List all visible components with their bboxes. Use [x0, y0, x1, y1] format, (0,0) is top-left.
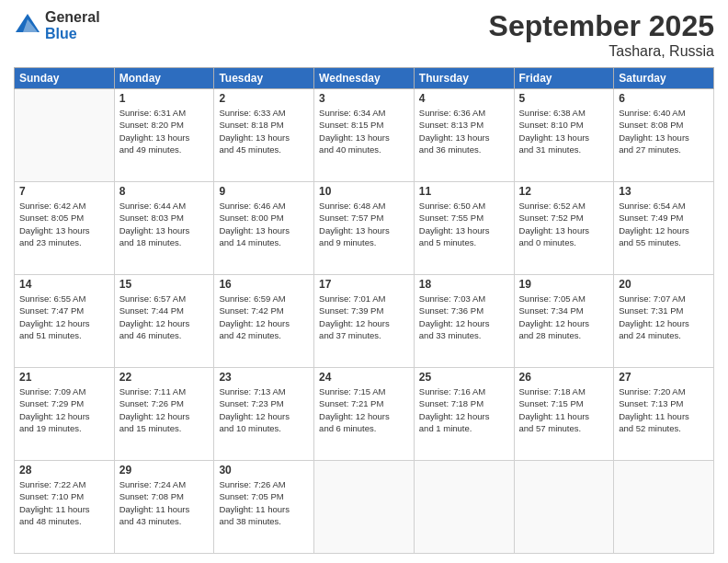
day-info: Sunrise: 6:52 AM Sunset: 7:52 PM Dayligh… — [519, 200, 609, 248]
calendar-cell: 17Sunrise: 7:01 AM Sunset: 7:39 PM Dayli… — [314, 275, 415, 368]
day-number: 29 — [119, 464, 210, 477]
day-info: Sunrise: 6:55 AM Sunset: 7:47 PM Dayligh… — [19, 293, 109, 341]
day-info: Sunrise: 7:16 AM Sunset: 7:18 PM Dayligh… — [419, 385, 509, 434]
day-info: Sunrise: 6:48 AM Sunset: 7:57 PM Dayligh… — [319, 200, 409, 248]
page: General Blue September 2025 Tashara, Rus… — [0, 0, 728, 563]
day-number: 30 — [219, 464, 309, 477]
calendar-cell: 19Sunrise: 7:05 AM Sunset: 7:34 PM Dayli… — [514, 275, 614, 368]
day-info: Sunrise: 7:09 AM Sunset: 7:29 PM Dayligh… — [19, 385, 109, 434]
day-number: 13 — [619, 185, 709, 198]
day-info: Sunrise: 6:59 AM Sunset: 7:42 PM Dayligh… — [219, 293, 309, 341]
day-number: 1 — [119, 92, 210, 105]
day-info: Sunrise: 7:03 AM Sunset: 7:36 PM Dayligh… — [419, 293, 509, 341]
title-month: September 2025 — [489, 9, 714, 43]
day-number: 22 — [119, 371, 210, 384]
day-number: 26 — [519, 371, 609, 384]
calendar-header-friday: Friday — [514, 68, 614, 89]
calendar-cell: 18Sunrise: 7:03 AM Sunset: 7:36 PM Dayli… — [414, 275, 514, 368]
day-number: 23 — [219, 371, 309, 384]
calendar-cell — [614, 461, 714, 554]
day-number: 2 — [219, 92, 309, 105]
day-number: 18 — [419, 278, 509, 291]
day-info: Sunrise: 7:18 AM Sunset: 7:15 PM Dayligh… — [519, 385, 609, 434]
calendar-cell: 14Sunrise: 6:55 AM Sunset: 7:47 PM Dayli… — [15, 275, 115, 368]
logo-general: General — [45, 9, 100, 26]
title-location: Tashara, Russia — [489, 43, 714, 60]
day-number: 3 — [319, 92, 409, 105]
calendar-week-3: 14Sunrise: 6:55 AM Sunset: 7:47 PM Dayli… — [15, 275, 714, 368]
day-number: 20 — [619, 278, 709, 291]
day-info: Sunrise: 6:42 AM Sunset: 8:05 PM Dayligh… — [19, 200, 109, 248]
header: General Blue September 2025 Tashara, Rus… — [14, 9, 714, 60]
day-number: 16 — [219, 278, 309, 291]
calendar-cell: 25Sunrise: 7:16 AM Sunset: 7:18 PM Dayli… — [414, 368, 514, 461]
day-number: 25 — [419, 371, 509, 384]
day-number: 6 — [619, 92, 709, 105]
day-number: 4 — [419, 92, 509, 105]
day-info: Sunrise: 6:40 AM Sunset: 8:08 PM Dayligh… — [619, 107, 709, 155]
day-number: 8 — [119, 185, 210, 198]
day-info: Sunrise: 6:31 AM Sunset: 8:20 PM Dayligh… — [119, 107, 210, 155]
day-info: Sunrise: 7:26 AM Sunset: 7:05 PM Dayligh… — [219, 478, 309, 527]
logo-blue: Blue — [45, 26, 100, 42]
calendar-cell: 13Sunrise: 6:54 AM Sunset: 7:49 PM Dayli… — [614, 182, 714, 275]
day-number: 12 — [519, 185, 609, 198]
calendar-cell: 7Sunrise: 6:42 AM Sunset: 8:05 PM Daylig… — [15, 182, 115, 275]
calendar-cell — [15, 89, 115, 182]
day-info: Sunrise: 7:11 AM Sunset: 7:26 PM Dayligh… — [119, 385, 210, 434]
calendar-header-tuesday: Tuesday — [214, 68, 314, 89]
day-info: Sunrise: 6:38 AM Sunset: 8:10 PM Dayligh… — [519, 107, 609, 155]
day-number: 24 — [319, 371, 409, 384]
calendar-cell — [414, 461, 514, 554]
day-number: 5 — [519, 92, 609, 105]
day-number: 19 — [519, 278, 609, 291]
calendar-header-saturday: Saturday — [614, 68, 714, 89]
day-number: 28 — [19, 464, 109, 477]
day-info: Sunrise: 7:20 AM Sunset: 7:13 PM Dayligh… — [619, 385, 709, 434]
day-info: Sunrise: 6:36 AM Sunset: 8:13 PM Dayligh… — [419, 107, 509, 155]
day-info: Sunrise: 7:22 AM Sunset: 7:10 PM Dayligh… — [19, 478, 109, 527]
calendar-cell: 23Sunrise: 7:13 AM Sunset: 7:23 PM Dayli… — [214, 368, 314, 461]
day-number: 21 — [19, 371, 109, 384]
calendar-cell: 8Sunrise: 6:44 AM Sunset: 8:03 PM Daylig… — [114, 182, 214, 275]
day-info: Sunrise: 6:50 AM Sunset: 7:55 PM Dayligh… — [419, 200, 509, 248]
day-number: 9 — [219, 185, 309, 198]
calendar-week-5: 28Sunrise: 7:22 AM Sunset: 7:10 PM Dayli… — [15, 461, 714, 554]
day-number: 27 — [619, 371, 709, 384]
day-number: 7 — [19, 185, 109, 198]
calendar-header-wednesday: Wednesday — [314, 68, 415, 89]
day-number: 10 — [319, 185, 409, 198]
calendar-cell — [314, 461, 415, 554]
day-info: Sunrise: 6:33 AM Sunset: 8:18 PM Dayligh… — [219, 107, 309, 155]
calendar-table: SundayMondayTuesdayWednesdayThursdayFrid… — [14, 67, 714, 554]
calendar-cell: 27Sunrise: 7:20 AM Sunset: 7:13 PM Dayli… — [614, 368, 714, 461]
calendar-cell: 2Sunrise: 6:33 AM Sunset: 8:18 PM Daylig… — [214, 89, 314, 182]
calendar-cell: 10Sunrise: 6:48 AM Sunset: 7:57 PM Dayli… — [314, 182, 415, 275]
day-info: Sunrise: 7:24 AM Sunset: 7:08 PM Dayligh… — [119, 478, 210, 527]
calendar-cell: 9Sunrise: 6:46 AM Sunset: 8:00 PM Daylig… — [214, 182, 314, 275]
calendar-week-2: 7Sunrise: 6:42 AM Sunset: 8:05 PM Daylig… — [15, 182, 714, 275]
calendar-cell: 15Sunrise: 6:57 AM Sunset: 7:44 PM Dayli… — [114, 275, 214, 368]
calendar-cell: 1Sunrise: 6:31 AM Sunset: 8:20 PM Daylig… — [114, 89, 214, 182]
calendar-week-1: 1Sunrise: 6:31 AM Sunset: 8:20 PM Daylig… — [15, 89, 714, 182]
day-info: Sunrise: 6:57 AM Sunset: 7:44 PM Dayligh… — [119, 293, 210, 341]
calendar-cell: 6Sunrise: 6:40 AM Sunset: 8:08 PM Daylig… — [614, 89, 714, 182]
day-info: Sunrise: 6:54 AM Sunset: 7:49 PM Dayligh… — [619, 200, 709, 248]
calendar-cell: 29Sunrise: 7:24 AM Sunset: 7:08 PM Dayli… — [114, 461, 214, 554]
logo-text: General Blue — [45, 9, 100, 41]
calendar-cell: 11Sunrise: 6:50 AM Sunset: 7:55 PM Dayli… — [414, 182, 514, 275]
calendar-cell: 3Sunrise: 6:34 AM Sunset: 8:15 PM Daylig… — [314, 89, 415, 182]
title-block: September 2025 Tashara, Russia — [489, 9, 714, 60]
calendar-cell: 4Sunrise: 6:36 AM Sunset: 8:13 PM Daylig… — [414, 89, 514, 182]
calendar-cell: 22Sunrise: 7:11 AM Sunset: 7:26 PM Dayli… — [114, 368, 214, 461]
day-info: Sunrise: 6:46 AM Sunset: 8:00 PM Dayligh… — [219, 200, 309, 248]
day-number: 17 — [319, 278, 409, 291]
day-info: Sunrise: 6:44 AM Sunset: 8:03 PM Dayligh… — [119, 200, 210, 248]
day-info: Sunrise: 7:05 AM Sunset: 7:34 PM Dayligh… — [519, 293, 609, 341]
calendar-cell: 30Sunrise: 7:26 AM Sunset: 7:05 PM Dayli… — [214, 461, 314, 554]
logo: General Blue — [14, 9, 100, 41]
calendar-cell: 12Sunrise: 6:52 AM Sunset: 7:52 PM Dayli… — [514, 182, 614, 275]
calendar-header-sunday: Sunday — [15, 68, 115, 89]
calendar-cell: 28Sunrise: 7:22 AM Sunset: 7:10 PM Dayli… — [15, 461, 115, 554]
calendar-cell: 24Sunrise: 7:15 AM Sunset: 7:21 PM Dayli… — [314, 368, 415, 461]
